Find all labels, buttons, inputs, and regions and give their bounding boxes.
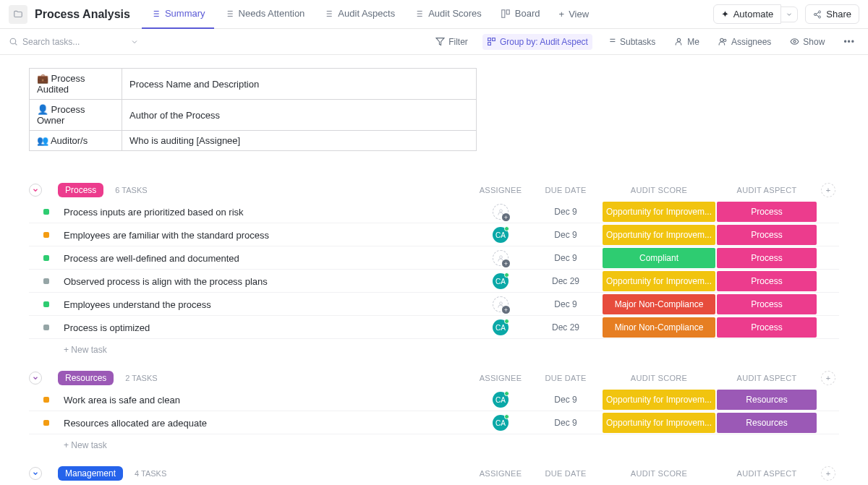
new-task-button[interactable]: + New task [29, 339, 839, 361]
collapse-button[interactable] [29, 184, 42, 197]
show-button[interactable]: Show [786, 34, 829, 50]
due-date[interactable]: Dec 9 [529, 253, 602, 263]
status-indicator[interactable] [43, 232, 49, 238]
audit-aspect[interactable]: Process [717, 225, 817, 245]
automate-button[interactable]: ✦ Automate [713, 4, 782, 24]
audit-aspect[interactable]: Resources [717, 390, 817, 410]
col-assignee: ASSIGNEE [472, 469, 529, 478]
group-pill[interactable]: Resources [58, 371, 114, 385]
status-indicator[interactable] [43, 278, 49, 284]
status-indicator[interactable] [43, 397, 49, 403]
assignee-empty[interactable] [493, 250, 509, 266]
collapse-button[interactable] [29, 467, 42, 480]
tab-label: Summary [165, 8, 205, 19]
group-pill[interactable]: Process [58, 183, 103, 197]
task-title[interactable]: Process inputs are prioritized based on … [58, 207, 472, 218]
tab-audit-scores[interactable]: Audit Scores [405, 0, 490, 29]
task-row[interactable]: Process are well-defined and documentedD… [29, 246, 839, 270]
audit-score[interactable]: Opportunity for Improvem... [603, 202, 715, 222]
task-title[interactable]: Employees understand the process [58, 299, 472, 310]
status-indicator[interactable] [43, 255, 49, 261]
audit-aspect[interactable]: Process [717, 294, 817, 314]
due-date[interactable]: Dec 29 [529, 322, 602, 332]
due-date[interactable]: Dec 29 [529, 276, 602, 286]
add-column-button[interactable]: + [821, 371, 835, 385]
task-row[interactable]: Observed process is align with the proce… [29, 270, 839, 293]
task-title[interactable]: Process is optimized [58, 322, 472, 333]
assignee-avatar[interactable]: CA [493, 415, 509, 431]
share-button[interactable]: Share [805, 4, 859, 24]
add-column-button[interactable]: + [821, 466, 835, 481]
list-icon [224, 9, 234, 19]
tab-needs-attention[interactable]: Needs Attention [216, 0, 314, 29]
due-date[interactable]: Dec 9 [529, 299, 602, 309]
audit-aspect[interactable]: Process [717, 317, 817, 338]
audit-aspect[interactable]: Resources [717, 413, 817, 433]
assignee-empty[interactable] [493, 296, 509, 312]
audit-score[interactable]: Opportunity for Improvem... [603, 413, 715, 433]
automate-dropdown[interactable] [780, 7, 798, 22]
add-view-button[interactable]: + View [552, 5, 597, 23]
people-icon [718, 37, 728, 46]
add-column-button[interactable]: + [821, 183, 835, 197]
task-row[interactable]: Process inputs are prioritized based on … [29, 200, 839, 223]
assignee-avatar[interactable]: CA [493, 273, 509, 289]
status-indicator[interactable] [43, 420, 49, 426]
svg-point-43 [724, 39, 726, 41]
group-by-button[interactable]: Group by: Audit Aspect [482, 34, 592, 50]
folder-icon[interactable] [9, 5, 27, 24]
due-date[interactable]: Dec 9 [529, 207, 602, 217]
audit-score[interactable]: Opportunity for Improvem... [603, 390, 715, 410]
task-row[interactable]: Process is optimizedCADec 29Minor Non-Co… [29, 316, 839, 339]
tab-audit-aspects[interactable]: Audit Aspects [315, 0, 404, 29]
toolbar: Filter Group by: Audit Aspect Subtasks M… [0, 29, 868, 55]
task-title[interactable]: Employees are familiar with the standard… [58, 230, 472, 241]
audit-score[interactable]: Compliant [603, 248, 715, 268]
info-value[interactable]: Author of the Process [122, 100, 477, 131]
due-date[interactable]: Dec 9 [529, 230, 602, 240]
assignee-avatar[interactable]: CA [493, 227, 509, 243]
group-pill[interactable]: Management [58, 466, 123, 481]
audit-aspect[interactable]: Process [717, 248, 817, 268]
assignees-button[interactable]: Assignees [714, 34, 775, 50]
audit-score[interactable]: Opportunity for Improvem... [603, 225, 715, 245]
subtasks-button[interactable]: Subtasks [603, 34, 660, 50]
chevron-down-icon[interactable] [130, 38, 139, 46]
collapse-button[interactable] [29, 372, 42, 385]
assignee-avatar[interactable]: CA [493, 319, 509, 335]
show-icon [790, 37, 799, 46]
assignee-empty[interactable] [493, 204, 509, 220]
svg-point-47 [499, 301, 502, 304]
audit-aspect[interactable]: Process [717, 202, 817, 222]
automate-label: Automate [733, 9, 774, 20]
assignee-avatar[interactable]: CA [493, 392, 509, 408]
task-title[interactable]: Resources allocated are adequate [58, 418, 472, 429]
filter-icon [435, 37, 445, 46]
status-indicator[interactable] [43, 209, 49, 215]
task-row[interactable]: Resources allocated are adequateCADec 9O… [29, 411, 839, 434]
task-title[interactable]: Work area is safe and clean [58, 395, 472, 405]
info-value[interactable]: Process Name and Description [122, 69, 477, 100]
audit-score[interactable]: Minor Non-Compliance [603, 317, 715, 338]
audit-score[interactable]: Opportunity for Improvem... [603, 271, 715, 291]
audit-score[interactable]: Major Non-Compliance [603, 294, 715, 314]
task-row[interactable]: Work area is safe and cleanCADec 9Opport… [29, 388, 839, 411]
search-input[interactable] [22, 37, 116, 47]
task-title[interactable]: Observed process is align with the proce… [58, 276, 472, 287]
info-value[interactable]: Who is auditing [Assignee] [122, 131, 477, 151]
task-title[interactable]: Process are well-defined and documented [58, 253, 472, 264]
audit-aspect[interactable]: Process [717, 271, 817, 291]
new-task-button[interactable]: + New task [29, 434, 839, 456]
more-button[interactable]: ••• [839, 34, 859, 50]
tab-summary[interactable]: Summary [142, 0, 214, 29]
task-row[interactable]: Employees understand the processDec 9Maj… [29, 293, 839, 316]
due-date[interactable]: Dec 9 [529, 418, 602, 428]
list-icon [501, 9, 511, 19]
status-indicator[interactable] [43, 325, 49, 330]
tab-board[interactable]: Board [492, 0, 549, 29]
status-indicator[interactable] [43, 301, 49, 307]
filter-button[interactable]: Filter [431, 34, 472, 50]
task-row[interactable]: Employees are familiar with the standard… [29, 223, 839, 246]
me-button[interactable]: Me [670, 34, 704, 50]
due-date[interactable]: Dec 9 [529, 395, 602, 405]
